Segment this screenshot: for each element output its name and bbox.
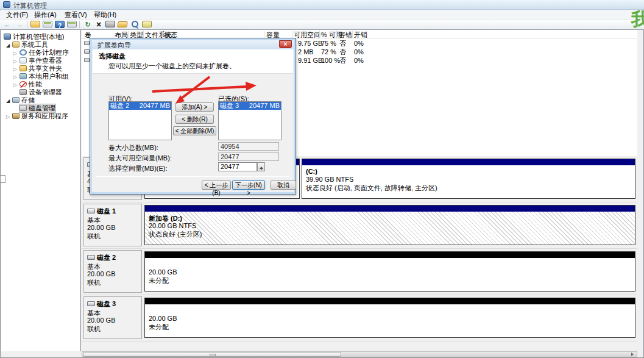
back-icon[interactable]: [2, 20, 12, 29]
search-icon[interactable]: [130, 20, 140, 29]
partition-size: 20.00 GB: [149, 315, 177, 322]
col-free-space[interactable]: 可用空间: [294, 30, 320, 40]
dialog-header: 选择磁盘 您可以用至少一个磁盘上的空间来扩展卷。: [93, 49, 293, 74]
tree-item-device-manager[interactable]: 设备管理器: [19, 88, 62, 96]
expander-icon[interactable]: [6, 41, 12, 49]
add-button[interactable]: 添加(A) >: [175, 102, 214, 112]
export-icon[interactable]: [142, 21, 152, 27]
cancel-button[interactable]: 取消: [271, 181, 296, 190]
disk-size: 20.00 GB: [87, 317, 115, 324]
column-separator: [264, 30, 264, 38]
storage-icon: [12, 97, 19, 103]
col-fault-tol[interactable]: 容错: [339, 30, 352, 40]
dialog-title: 扩展卷向导: [97, 41, 131, 50]
titlebar[interactable]: 计算机管理: [0, 0, 644, 10]
tree-item-performance[interactable]: 性能: [13, 81, 42, 88]
column-separator: [352, 30, 353, 38]
cell-free-space: 9.75 GB: [298, 39, 322, 48]
disk3-unallocated[interactable]: 20.00 GB 未分配: [144, 298, 635, 338]
menu-help[interactable]: 帮助(H): [90, 11, 120, 19]
disk3-panel[interactable]: 磁盘 3 基本 20.00 GB 联机: [83, 296, 142, 339]
help-icon[interactable]: [55, 21, 65, 28]
disk-icon: [87, 301, 95, 306]
cell-pct-free: 75 %: [321, 39, 336, 48]
cell-fault-tol: 否: [339, 39, 346, 48]
dialog-titlebar[interactable]: 扩展卷向导: [92, 40, 294, 49]
max-space-value: 20477: [218, 152, 279, 161]
disk-size: 20.00 GB: [87, 270, 115, 277]
remove-button[interactable]: < 删除(R): [175, 115, 214, 124]
available-listbox[interactable]: 磁盘 2 20477 MB: [108, 101, 172, 140]
open-folder-icon[interactable]: [117, 21, 127, 27]
next-button[interactable]: 下一步(N) >: [232, 181, 265, 190]
cell-free-space: 2 MB: [298, 48, 314, 56]
available-disk-item[interactable]: 磁盘 2 20477 MB: [109, 102, 171, 110]
remove-all-button[interactable]: < 全部删除(M): [173, 126, 216, 135]
disk-status: 联机: [87, 278, 101, 287]
volume-icon: [84, 49, 90, 54]
tree-item-system-tools[interactable]: 系统工具: [6, 41, 48, 49]
disk-name: 磁盘 3: [97, 300, 116, 307]
tree-item-task-scheduler[interactable]: 任务计划程序: [13, 49, 69, 57]
dialog-separator: [96, 176, 289, 177]
selected-volume-hatch: [145, 212, 635, 245]
total-size-label: 卷大小总数(MB):: [108, 143, 158, 152]
tree-item-computer-management[interactable]: 计算机管理(本地): [4, 33, 64, 41]
horizontal-scrollbar[interactable]: [82, 351, 637, 357]
partition-size: 20.00 GB: [149, 268, 177, 276]
up-folder-icon[interactable]: [30, 21, 40, 27]
window-title: 计算机管理: [13, 1, 47, 10]
system-tools-icon: [12, 41, 19, 48]
disk2-unallocated[interactable]: 20.00 GB 未分配: [144, 251, 635, 292]
select-space-label: 选择空间量(MB)(E):: [108, 164, 168, 173]
performance-icon: [19, 81, 27, 87]
selected-listbox[interactable]: 磁盘 3 20477 MB: [218, 101, 281, 140]
disk-icon: [87, 209, 95, 213]
tree-item-shared-folders[interactable]: 共享文件夹: [13, 65, 62, 73]
properties-icon[interactable]: [105, 21, 115, 27]
menu-file[interactable]: 文件(F): [2, 11, 32, 19]
disk1-partition-d[interactable]: 新加卷 (D:) 20.00 GB NTFS 状态良好 (主分区): [144, 205, 635, 245]
expander-icon[interactable]: [6, 97, 12, 105]
menu-action[interactable]: 操作(A): [30, 11, 60, 19]
volume-icon: [84, 58, 90, 62]
delete-icon[interactable]: [94, 20, 104, 29]
edge-artifact-box: [0, 175, 5, 183]
disk-icon: [87, 255, 95, 260]
selected-disk-item[interactable]: 磁盘 3 20477 MB: [219, 102, 281, 110]
shared-folders-icon: [19, 65, 27, 71]
partition-color-bar: [145, 298, 635, 304]
close-icon[interactable]: [279, 40, 292, 48]
console-tree: 计算机管理(本地) 系统工具 任务计划程序 事件查看器 共享文件夹 本地用户和组…: [1, 30, 81, 351]
col-overhead[interactable]: 开销: [354, 30, 367, 40]
forward-icon[interactable]: [15, 20, 24, 29]
disk-name: 磁盘 1: [97, 207, 116, 215]
tree-item-services-apps[interactable]: 服务和应用程序: [6, 112, 68, 120]
menu-view[interactable]: 查看(V): [61, 11, 91, 19]
console-window-icon[interactable]: [67, 21, 77, 27]
scrollbar-thumb[interactable]: [83, 352, 341, 357]
tree-item-event-viewer[interactable]: 事件查看器: [13, 57, 62, 65]
local-users-icon: [19, 73, 27, 79]
cell-free-space: 9.91 GB: [298, 56, 322, 65]
expander-icon[interactable]: [6, 113, 12, 121]
spinner-control[interactable]: [257, 162, 265, 171]
tree-item-disk-management[interactable]: 磁盘管理: [19, 104, 55, 112]
disk-row-separator: [82, 341, 637, 342]
back-button[interactable]: < 上一步(B): [202, 181, 231, 190]
refresh-icon[interactable]: [83, 20, 93, 29]
tree-item-storage[interactable]: 存储: [6, 96, 35, 104]
disk1-panel[interactable]: 磁盘 1 基本 20.00 GB 联机: [83, 204, 142, 246]
partition-label: (C:): [306, 168, 317, 175]
disk2-panel[interactable]: 磁盘 2 基本 20.00 GB 联机: [83, 250, 142, 293]
select-space-input[interactable]: 20477: [218, 162, 257, 171]
cell-fault-tol: 否: [339, 48, 346, 56]
scrollbar-right-arrow[interactable]: [629, 352, 636, 357]
services-icon: [12, 113, 19, 119]
disk0-partition-c[interactable]: (C:) 39.90 GB NTFS 状态良好 (启动, 页面文件, 故障转储,…: [302, 159, 635, 199]
console-window-icon[interactable]: [43, 21, 52, 27]
expander-icon[interactable]: [13, 81, 19, 89]
column-separator: [128, 30, 129, 38]
computer-icon: [4, 34, 11, 40]
tree-item-local-users[interactable]: 本地用户和组: [13, 73, 69, 81]
